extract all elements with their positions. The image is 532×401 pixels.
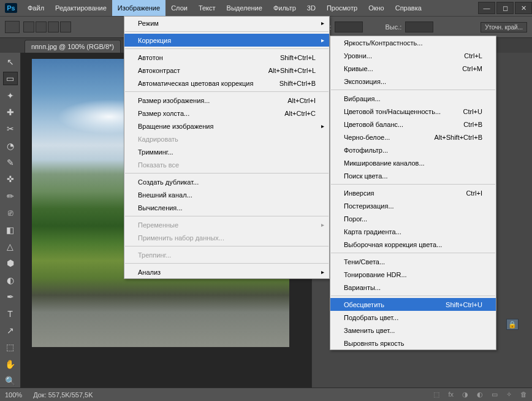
tool-preset-icon[interactable] (5, 21, 20, 33)
mode-add-icon[interactable] (36, 21, 47, 32)
adjust-menu-item[interactable]: Яркость/Контрастность... (330, 36, 496, 49)
image-menu-item[interactable]: АвтоконтрастAlt+Shift+Ctrl+L (124, 64, 329, 77)
adjust-menu-item[interactable]: Цветовой тон/Насыщенность...Ctrl+U (330, 105, 496, 118)
maximize-button[interactable]: ◻ (496, 2, 514, 14)
adjust-menu-separator (331, 253, 495, 253)
image-menu-item-label: Вращение изображения (138, 123, 213, 130)
mode-subtract-icon[interactable] (48, 21, 59, 32)
adjust-menu-item[interactable]: Заменить цвет... (330, 324, 496, 337)
image-menu-item[interactable]: Вычисления... (124, 201, 329, 214)
close-button[interactable]: ✕ (515, 2, 532, 14)
tool-4[interactable]: ✂ (3, 123, 18, 136)
image-menu-item-shortcut: Alt+Shift+Ctrl+L (251, 67, 316, 74)
tool-18[interactable]: ✋ (3, 357, 18, 370)
adjust-menu-item[interactable]: ИнверсияCtrl+I (330, 186, 496, 199)
menu-просмотр[interactable]: Просмотр (321, 0, 363, 16)
image-menu-item[interactable]: Размер изображения...Alt+Ctrl+I (124, 94, 329, 107)
adjust-menu-item[interactable]: Черно-белое...Alt+Shift+Ctrl+B (330, 131, 496, 143)
menu-выделение[interactable]: Выделение (221, 0, 268, 16)
marquee-mode-icons (23, 21, 71, 32)
adjust-menu-item[interactable]: Подобрать цвет... (330, 311, 496, 324)
image-menu-item[interactable]: Режим (124, 17, 329, 29)
adjust-menu-item[interactable]: Тонирование HDR... (330, 268, 496, 281)
panel-button-3[interactable]: ◐ (477, 391, 483, 399)
tool-13[interactable]: ◐ (3, 273, 18, 286)
menu-фильтр[interactable]: Фильтр (268, 0, 302, 16)
tool-10[interactable]: ◧ (3, 223, 18, 236)
panel-button-5[interactable]: ✧ (506, 391, 512, 399)
panel-button-6[interactable]: 🗑 (520, 391, 527, 399)
image-menu-item[interactable]: Размер холста...Alt+Ctrl+C (124, 107, 329, 120)
adjust-menu-item[interactable]: Варианты... (330, 281, 496, 294)
width-field[interactable] (335, 21, 363, 32)
image-menu-item-shortcut: Alt+Ctrl+I (270, 97, 316, 104)
height-field[interactable] (405, 21, 433, 32)
adjust-menu-item[interactable]: Карта градиента... (330, 225, 496, 238)
lock-icon[interactable]: 🔒 (506, 319, 519, 330)
tool-8[interactable]: ✏ (3, 189, 18, 202)
tool-17[interactable]: ⬚ (3, 341, 18, 354)
menu-текст[interactable]: Текст (193, 0, 221, 16)
mode-new-icon[interactable] (23, 21, 34, 32)
adjust-menu-item-shortcut: Shift+Ctrl+U (428, 301, 482, 308)
image-menu-item[interactable]: Вращение изображения (124, 120, 329, 132)
panel-button-0[interactable]: ⬚ (433, 391, 439, 399)
adjust-menu-item[interactable]: Микширование каналов... (330, 156, 496, 169)
mode-intersect-icon[interactable] (60, 21, 71, 32)
tool-11[interactable]: △ (3, 240, 18, 253)
adjust-menu-item[interactable]: Поиск цвета... (330, 169, 496, 182)
image-menu-item[interactable]: Анализ (124, 265, 329, 278)
image-menu-item[interactable]: Внешний канал... (124, 188, 329, 201)
adjust-menu-item-label: Экспозиция... (344, 78, 386, 85)
image-menu-item[interactable]: Создать дубликат... (124, 175, 329, 188)
tool-14[interactable]: ✒ (3, 291, 18, 304)
adjust-menu-item-label: Подобрать цвет... (344, 314, 398, 321)
zoom-level[interactable]: 100% (5, 391, 22, 399)
menu-редактирование[interactable]: Редактирование (50, 0, 112, 16)
tool-3[interactable]: ✚ (3, 105, 18, 118)
tool-2[interactable]: ✦ (3, 89, 18, 102)
menu-окно[interactable]: Окно (363, 0, 390, 16)
adjust-menu-item[interactable]: Кривые...Ctrl+M (330, 62, 496, 75)
adjust-menu-item[interactable]: Выборочная коррекция цвета... (330, 238, 496, 251)
adjust-menu-item[interactable]: Порог... (330, 212, 496, 225)
tool-12[interactable]: ⬢ (3, 257, 18, 270)
tool-5[interactable]: ◔ (3, 139, 18, 152)
adjust-menu-item[interactable]: Уровни...Ctrl+L (330, 49, 496, 62)
panel-button-2[interactable]: ◑ (462, 391, 468, 399)
image-menu-item[interactable]: Коррекция (124, 34, 329, 47)
tool-9[interactable]: ⎚ (3, 207, 18, 220)
adjust-menu-item[interactable]: ОбесцветитьShift+Ctrl+U (330, 298, 496, 311)
menu-изображение[interactable]: Изображение (112, 0, 165, 16)
adjust-menu-item[interactable]: Тени/Света... (330, 255, 496, 268)
tool-1[interactable]: ▭ (3, 72, 18, 85)
minimize-button[interactable]: — (478, 2, 495, 14)
app-logo-text: Ps (5, 3, 17, 13)
image-menu-item[interactable]: Тримминг... (124, 145, 329, 158)
menu-3d[interactable]: 3D (302, 0, 321, 16)
menu-слои[interactable]: Слои (165, 0, 193, 16)
adjust-menu-item[interactable]: Постеризация... (330, 199, 496, 212)
adjust-menu-item[interactable]: Фотофильтр... (330, 143, 496, 156)
image-menu-item-label: Коррекция (138, 37, 171, 44)
adjust-menu-item[interactable]: Цветовой баланс...Ctrl+B (330, 118, 496, 131)
tool-16[interactable]: ↗ (3, 324, 18, 337)
adjust-menu-item[interactable]: Вибрация... (330, 92, 496, 105)
panel-button-4[interactable]: ▭ (492, 391, 498, 399)
document-tab[interactable]: nпnп.jpg @ 100% (RGB/8*) (25, 40, 121, 53)
tool-0[interactable]: ↖ (3, 55, 18, 68)
menu-файл[interactable]: Файл (22, 0, 50, 16)
adjust-menu-item[interactable]: Экспозиция... (330, 75, 496, 88)
menubar: Ps ФайлРедактированиеИзображениеСлоиТекс… (0, 0, 532, 16)
image-menu-item[interactable]: АвтотонShift+Ctrl+L (124, 51, 329, 64)
tool-19[interactable]: 🔍 (3, 374, 18, 387)
panel-button-1[interactable]: fx (448, 391, 454, 399)
tool-15[interactable]: T (3, 307, 18, 320)
tool-7[interactable]: ✜ (3, 173, 18, 186)
menu-справка[interactable]: Справка (390, 0, 427, 16)
image-menu-item[interactable]: Автоматическая цветовая коррекцияShift+C… (124, 77, 329, 90)
image-menu-item-label: Автотон (138, 54, 163, 61)
tool-6[interactable]: ✎ (3, 156, 18, 169)
adjust-menu-item[interactable]: Выровнять яркость (330, 337, 496, 349)
refine-edge-button[interactable]: Уточн. край... (481, 22, 527, 32)
